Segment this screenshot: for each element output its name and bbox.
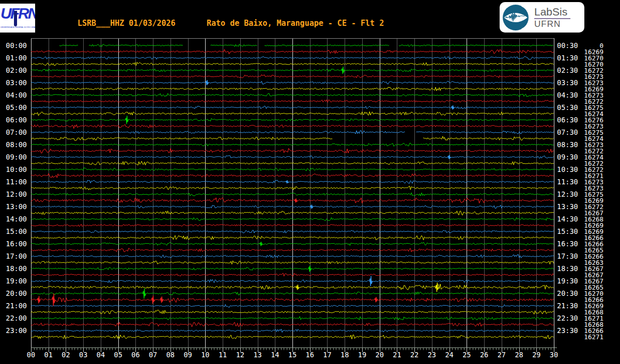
left-time-label: 08:00 [0, 141, 27, 148]
minute-tick-label: 03 [75, 352, 91, 358]
left-time-label: 21:00 [0, 303, 27, 309]
trace-row [31, 180, 554, 183]
trace-row [31, 242, 554, 245]
minute-tick-label: 00 [23, 352, 39, 358]
left-time-label: 22:00 [0, 315, 27, 322]
left-time-label: 18:00 [0, 265, 27, 272]
trace-row [31, 261, 554, 264]
left-time-label: 02:00 [0, 67, 27, 74]
left-time-label: 23:00 [0, 327, 27, 334]
minute-tick-label: 08 [163, 352, 178, 358]
left-time-label: 11:00 [0, 179, 27, 185]
minute-tick-label: 22 [407, 352, 422, 358]
minute-tick-label: 07 [145, 352, 161, 358]
trace-row [31, 273, 554, 276]
left-time-label: 16:00 [0, 241, 27, 247]
trace-row [31, 106, 554, 108]
minute-tick-label: 28 [512, 352, 527, 358]
minute-tick-label: 19 [354, 352, 370, 358]
minute-tick-label: 15 [285, 352, 300, 358]
trace-row [31, 74, 554, 77]
trace-row [31, 168, 554, 171]
trace-row [31, 267, 554, 271]
left-time-label: 06:00 [0, 117, 27, 123]
minute-tick-label: 11 [215, 352, 230, 358]
trace-row [31, 186, 554, 190]
left-time-label: 14:00 [0, 216, 27, 223]
minute-tick-label: 20 [372, 352, 388, 358]
minute-tick-label: 23 [424, 352, 440, 358]
trace-row [31, 297, 554, 303]
left-time-label: 04:00 [0, 92, 27, 99]
trace-row [31, 124, 554, 129]
left-time-label: 05:00 [0, 104, 27, 111]
trace-row [31, 112, 554, 116]
left-time-label: 12:00 [0, 191, 27, 198]
minute-tick-label: 16 [302, 352, 318, 358]
left-time-label: 07:00 [0, 129, 27, 136]
left-time-label: 10:00 [0, 166, 27, 173]
left-time-label: 13:00 [0, 203, 27, 210]
trace-row [31, 136, 553, 140]
left-time-label: 19:00 [0, 278, 27, 284]
trace-row [31, 329, 554, 332]
trace-row [31, 335, 554, 339]
trace-row [31, 279, 554, 282]
minute-tick-label: 12 [233, 352, 248, 358]
minute-tick-label: 24 [442, 352, 457, 358]
trace-row [31, 62, 554, 66]
trace-row [31, 100, 554, 102]
trace-row [31, 230, 554, 233]
left-time-label: 20:00 [0, 290, 27, 297]
trace-row [31, 173, 554, 178]
left-time-label: 00:00 [0, 42, 27, 49]
minute-tick-label: 13 [250, 352, 266, 358]
minute-tick-label: 21 [389, 352, 405, 358]
left-time-label: 15:00 [0, 228, 27, 235]
trace-row [31, 87, 554, 91]
left-time-label: 01:00 [0, 55, 27, 61]
trace-row [31, 205, 554, 208]
minute-tick-label: 10 [197, 352, 213, 358]
left-time-label: 09:00 [0, 154, 27, 161]
trace-row [31, 310, 554, 314]
trace-row [31, 50, 554, 54]
trace-row [31, 148, 554, 153]
trace-row [31, 143, 554, 146]
minute-tick-label: 06 [128, 352, 143, 358]
minute-tick-label: 27 [494, 352, 509, 358]
minute-tick-label: 09 [180, 352, 196, 358]
trace-row [31, 224, 554, 227]
minute-tick-label: 26 [476, 352, 492, 358]
trace-row [31, 198, 554, 203]
trace-row [31, 305, 554, 308]
minute-tick-label: 30 [546, 352, 562, 358]
trace-row [31, 235, 554, 240]
left-time-label: 03:00 [0, 80, 27, 86]
trace-row [31, 155, 554, 159]
trace-row [31, 255, 554, 258]
minute-tick-label: 14 [267, 352, 283, 358]
trace-row [31, 56, 554, 59]
minute-tick-label: 29 [529, 352, 544, 358]
trace-row [31, 81, 554, 84]
trace-row [31, 284, 554, 290]
trace-row [31, 211, 554, 215]
trace-row [31, 292, 554, 295]
trace-row [31, 69, 554, 72]
trace-row [31, 322, 554, 327]
trace-row [31, 118, 554, 121]
minute-tick-label: 17 [319, 352, 335, 358]
helicorder-plot [0, 0, 620, 364]
trace-row [31, 316, 554, 320]
trace-row [31, 161, 554, 165]
trace-row [31, 217, 554, 220]
minute-tick-label: 25 [459, 352, 474, 358]
trace-value-label: 16271 [568, 334, 603, 340]
minute-tick-label: 02 [58, 352, 73, 358]
helicorder-screen: UFRN UNIVERSIDADE FEDERAL DO RIO GRANDE … [0, 0, 620, 364]
event-spike [296, 284, 299, 290]
minute-tick-label: 18 [337, 352, 352, 358]
minute-tick-label: 01 [41, 352, 56, 358]
trace-row [31, 93, 554, 97]
